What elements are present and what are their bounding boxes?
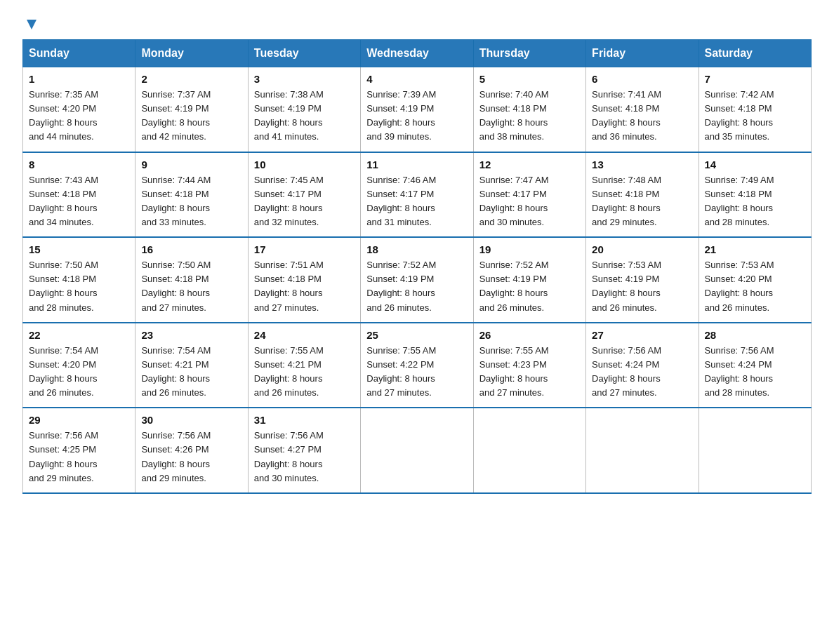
day-number: 10 (254, 159, 355, 170)
calendar-cell: 11Sunrise: 7:46 AMSunset: 4:17 PMDayligh… (361, 152, 473, 238)
calendar-cell: 25Sunrise: 7:55 AMSunset: 4:22 PMDayligh… (361, 323, 473, 408)
calendar-cell (699, 408, 811, 493)
day-info: Sunrise: 7:50 AMSunset: 4:18 PMDaylight:… (29, 258, 129, 315)
calendar-week-row: 22Sunrise: 7:54 AMSunset: 4:20 PMDayligh… (23, 323, 812, 408)
calendar-cell: 7Sunrise: 7:42 AMSunset: 4:18 PMDaylight… (699, 67, 811, 152)
calendar-cell (473, 408, 585, 493)
day-info: Sunrise: 7:52 AMSunset: 4:19 PMDaylight:… (366, 258, 467, 315)
calendar-cell: 24Sunrise: 7:55 AMSunset: 4:21 PMDayligh… (248, 323, 360, 408)
day-info: Sunrise: 7:53 AMSunset: 4:19 PMDaylight:… (592, 258, 692, 315)
day-info: Sunrise: 7:45 AMSunset: 4:17 PMDaylight:… (254, 173, 355, 230)
weekday-header-friday: Friday (586, 40, 699, 67)
day-number: 25 (366, 329, 467, 341)
day-number: 23 (141, 329, 241, 341)
day-number: 1 (29, 73, 129, 85)
day-info: Sunrise: 7:56 AMSunset: 4:26 PMDaylight:… (141, 429, 241, 485)
day-info: Sunrise: 7:56 AMSunset: 4:24 PMDaylight:… (705, 344, 805, 401)
calendar-cell: 31Sunrise: 7:56 AMSunset: 4:27 PMDayligh… (248, 408, 360, 493)
day-info: Sunrise: 7:54 AMSunset: 4:20 PMDaylight:… (29, 344, 129, 401)
calendar-cell: 18Sunrise: 7:52 AMSunset: 4:19 PMDayligh… (361, 237, 473, 323)
day-number: 17 (254, 243, 355, 255)
day-number: 30 (141, 414, 241, 426)
day-info: Sunrise: 7:43 AMSunset: 4:18 PMDaylight:… (29, 173, 129, 230)
day-number: 26 (479, 329, 580, 341)
day-info: Sunrise: 7:41 AMSunset: 4:18 PMDaylight:… (592, 88, 692, 145)
day-number: 14 (705, 159, 805, 170)
day-number: 8 (29, 159, 129, 170)
calendar-cell: 12Sunrise: 7:47 AMSunset: 4:17 PMDayligh… (473, 152, 585, 238)
day-info: Sunrise: 7:42 AMSunset: 4:18 PMDaylight:… (705, 88, 805, 145)
calendar-cell: 30Sunrise: 7:56 AMSunset: 4:26 PMDayligh… (135, 408, 248, 493)
day-number: 3 (254, 73, 355, 85)
day-number: 29 (29, 414, 129, 426)
day-info: Sunrise: 7:51 AMSunset: 4:18 PMDaylight:… (254, 258, 355, 315)
day-number: 5 (479, 73, 580, 85)
day-info: Sunrise: 7:56 AMSunset: 4:27 PMDaylight:… (254, 429, 355, 485)
calendar-cell: 26Sunrise: 7:55 AMSunset: 4:23 PMDayligh… (473, 323, 585, 408)
calendar-week-row: 15Sunrise: 7:50 AMSunset: 4:18 PMDayligh… (23, 237, 812, 323)
day-info: Sunrise: 7:55 AMSunset: 4:21 PMDaylight:… (254, 344, 355, 401)
calendar-week-row: 8Sunrise: 7:43 AMSunset: 4:18 PMDaylight… (23, 152, 812, 238)
weekday-header-wednesday: Wednesday (361, 40, 473, 67)
weekday-header-thursday: Thursday (473, 40, 585, 67)
logo (22, 17, 39, 28)
calendar-cell: 8Sunrise: 7:43 AMSunset: 4:18 PMDaylight… (23, 152, 135, 238)
calendar-week-row: 1Sunrise: 7:35 AMSunset: 4:20 PMDaylight… (23, 67, 812, 152)
day-number: 4 (366, 73, 467, 85)
calendar-cell: 27Sunrise: 7:56 AMSunset: 4:24 PMDayligh… (586, 323, 699, 408)
day-info: Sunrise: 7:35 AMSunset: 4:20 PMDaylight:… (29, 88, 129, 145)
day-number: 31 (254, 414, 355, 426)
calendar-cell: 28Sunrise: 7:56 AMSunset: 4:24 PMDayligh… (699, 323, 811, 408)
day-info: Sunrise: 7:56 AMSunset: 4:25 PMDaylight:… (29, 429, 129, 485)
day-number: 20 (592, 243, 692, 255)
calendar-table: SundayMondayTuesdayWednesdayThursdayFrid… (22, 39, 812, 494)
day-info: Sunrise: 7:49 AMSunset: 4:18 PMDaylight:… (705, 173, 805, 230)
day-number: 6 (592, 73, 692, 85)
day-number: 13 (592, 159, 692, 170)
day-info: Sunrise: 7:50 AMSunset: 4:18 PMDaylight:… (141, 258, 241, 315)
day-number: 2 (141, 73, 241, 85)
day-info: Sunrise: 7:40 AMSunset: 4:18 PMDaylight:… (479, 88, 580, 145)
day-info: Sunrise: 7:39 AMSunset: 4:19 PMDaylight:… (366, 88, 467, 145)
calendar-cell: 14Sunrise: 7:49 AMSunset: 4:18 PMDayligh… (699, 152, 811, 238)
day-info: Sunrise: 7:46 AMSunset: 4:17 PMDaylight:… (366, 173, 467, 230)
day-number: 11 (366, 159, 467, 170)
calendar-cell (586, 408, 699, 493)
day-number: 22 (29, 329, 129, 341)
calendar-cell: 29Sunrise: 7:56 AMSunset: 4:25 PMDayligh… (23, 408, 135, 493)
weekday-header-sunday: Sunday (23, 40, 135, 67)
day-number: 21 (705, 243, 805, 255)
calendar-cell: 23Sunrise: 7:54 AMSunset: 4:21 PMDayligh… (135, 323, 248, 408)
day-number: 15 (29, 243, 129, 255)
calendar-cell: 21Sunrise: 7:53 AMSunset: 4:20 PMDayligh… (699, 237, 811, 323)
calendar-cell: 2Sunrise: 7:37 AMSunset: 4:19 PMDaylight… (135, 67, 248, 152)
day-number: 7 (705, 73, 805, 85)
day-info: Sunrise: 7:56 AMSunset: 4:24 PMDaylight:… (592, 344, 692, 401)
day-info: Sunrise: 7:48 AMSunset: 4:18 PMDaylight:… (592, 173, 692, 230)
day-number: 19 (479, 243, 580, 255)
calendar-cell (361, 408, 473, 493)
day-number: 27 (592, 329, 692, 341)
day-info: Sunrise: 7:55 AMSunset: 4:22 PMDaylight:… (366, 344, 467, 401)
calendar-cell: 16Sunrise: 7:50 AMSunset: 4:18 PMDayligh… (135, 237, 248, 323)
weekday-header-monday: Monday (135, 40, 248, 67)
calendar-cell: 10Sunrise: 7:45 AMSunset: 4:17 PMDayligh… (248, 152, 360, 238)
weekday-header-row: SundayMondayTuesdayWednesdayThursdayFrid… (23, 40, 812, 67)
calendar-cell: 19Sunrise: 7:52 AMSunset: 4:19 PMDayligh… (473, 237, 585, 323)
day-info: Sunrise: 7:37 AMSunset: 4:19 PMDaylight:… (141, 88, 241, 145)
day-number: 28 (705, 329, 805, 341)
calendar-cell: 4Sunrise: 7:39 AMSunset: 4:19 PMDaylight… (361, 67, 473, 152)
day-info: Sunrise: 7:53 AMSunset: 4:20 PMDaylight:… (705, 258, 805, 315)
calendar-cell: 22Sunrise: 7:54 AMSunset: 4:20 PMDayligh… (23, 323, 135, 408)
day-number: 9 (141, 159, 241, 170)
day-info: Sunrise: 7:52 AMSunset: 4:19 PMDaylight:… (479, 258, 580, 315)
page-header (22, 17, 812, 28)
calendar-week-row: 29Sunrise: 7:56 AMSunset: 4:25 PMDayligh… (23, 408, 812, 493)
day-info: Sunrise: 7:55 AMSunset: 4:23 PMDaylight:… (479, 344, 580, 401)
calendar-cell: 9Sunrise: 7:44 AMSunset: 4:18 PMDaylight… (135, 152, 248, 238)
day-info: Sunrise: 7:38 AMSunset: 4:19 PMDaylight:… (254, 88, 355, 145)
day-number: 16 (141, 243, 241, 255)
logo-triangle-icon (24, 17, 39, 32)
day-number: 24 (254, 329, 355, 341)
calendar-cell: 5Sunrise: 7:40 AMSunset: 4:18 PMDaylight… (473, 67, 585, 152)
